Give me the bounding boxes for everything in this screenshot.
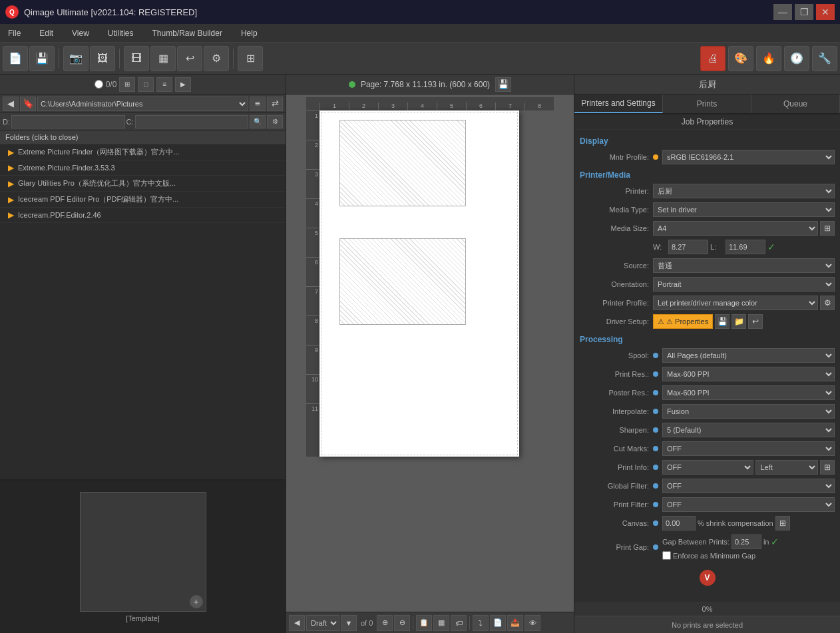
path-select[interactable]: C:\Users\Administrator\Pictures — [37, 97, 248, 111]
nav-grid-btn[interactable]: ⊞ — [119, 77, 135, 92]
global-filter-row: Global Filter: OFF — [574, 477, 840, 495]
media-size-icon-button[interactable]: ⊞ — [820, 221, 835, 236]
poster-res-select[interactable]: Max-600 PPI — [662, 385, 835, 400]
d-search-input[interactable] — [11, 115, 125, 128]
folder-item-2[interactable]: ▶ Glary Utilities Pro（系统优化工具）官方中文版... — [0, 176, 286, 192]
folder-item-0[interactable]: ▶ Extreme Picture Finder（网络图下载器）官方中... — [0, 144, 286, 160]
draft-dropdown[interactable]: ▼ — [341, 615, 357, 631]
menu-utilities[interactable]: Utilities — [103, 27, 139, 40]
close-button[interactable]: ✕ — [816, 4, 835, 20]
zoom-in-button[interactable]: ⊕ — [377, 615, 393, 631]
menu-help[interactable]: Help — [236, 27, 263, 40]
spool-select[interactable]: All Pages (default) — [662, 348, 835, 363]
l-input[interactable] — [726, 240, 765, 254]
flame-button[interactable]: 🔥 — [756, 46, 781, 71]
print-info-icon-button[interactable]: ⊞ — [820, 460, 835, 475]
copy-button[interactable]: 📋 — [416, 615, 432, 631]
color-button[interactable]: 🎨 — [728, 46, 753, 71]
w-input[interactable] — [668, 240, 708, 254]
gap-between-input[interactable] — [732, 534, 761, 549]
menu-view[interactable]: View — [67, 27, 95, 40]
wl-control: W: L: ✓ — [653, 240, 835, 254]
grid-button[interactable]: ▦ — [150, 46, 176, 71]
orientation-select[interactable]: Portrait — [653, 277, 835, 292]
print-info-select[interactable]: OFF — [662, 460, 753, 475]
search-settings-button[interactable]: ⚙ — [267, 115, 283, 128]
preview-button[interactable]: 👁 — [525, 615, 540, 631]
menu-edit[interactable]: Edit — [34, 27, 59, 40]
cut-marks-select[interactable]: OFF — [662, 441, 835, 456]
grid-view-button[interactable]: ▦ — [433, 615, 449, 631]
canvas-icon-button[interactable]: ⊞ — [775, 516, 790, 530]
print-button[interactable]: 🖨 — [700, 46, 726, 71]
tag-button[interactable]: 🏷 — [451, 615, 467, 631]
layout-button[interactable]: ⊞ — [238, 46, 263, 71]
maximize-button[interactable]: ❐ — [795, 4, 813, 20]
c-search-input[interactable] — [135, 115, 249, 128]
minimize-button[interactable]: — — [773, 4, 792, 20]
nav-arrow-btn[interactable]: ▶ — [175, 77, 191, 92]
driver-properties-button[interactable]: ⚠ ⚠ Properties — [653, 314, 713, 329]
nav-square-btn[interactable]: □ — [138, 77, 154, 92]
nav-bookmark-button[interactable]: 🔖 — [20, 97, 36, 111]
tools-button[interactable]: 🔧 — [812, 46, 837, 71]
zoom-out-button[interactable]: ⊖ — [394, 615, 410, 631]
thumb-add-button[interactable]: + — [190, 595, 203, 608]
driver-save-button[interactable]: 💾 — [715, 314, 730, 329]
thumbnail-area: + [Template] — [0, 480, 286, 633]
page-button[interactable]: 📄 — [490, 615, 506, 631]
printer-select[interactable]: 后厨 — [653, 184, 835, 198]
interpolate-select[interactable]: Fusion — [662, 404, 835, 419]
prev-page-button[interactable]: ◀ — [289, 615, 305, 631]
media-type-select[interactable]: Set in driver — [653, 202, 835, 217]
save-button[interactable]: 💾 — [29, 46, 55, 71]
folder-item-4[interactable]: ▶ Icecream.PDF.Editor.2.46 — [0, 208, 286, 223]
film-button[interactable]: 🎞 — [124, 46, 149, 71]
menu-file[interactable]: File — [3, 27, 26, 40]
quality-select[interactable]: Draft — [306, 615, 339, 631]
source-select[interactable]: 普通 — [653, 258, 835, 273]
insert-button[interactable]: ⤵ — [473, 615, 489, 631]
printer-profile-label: Printer Profile: — [580, 299, 653, 307]
undo-button[interactable]: ↩ — [177, 46, 202, 71]
nav-arrows-button[interactable]: ⇄ — [267, 97, 283, 111]
image-button[interactable]: 🖼 — [90, 46, 115, 71]
global-filter-select[interactable]: OFF — [662, 479, 835, 493]
template-label: [Template] — [126, 614, 160, 622]
nav-list-button[interactable]: ≡ — [250, 97, 266, 111]
camera-button[interactable]: 📷 — [63, 46, 89, 71]
menu-thumb-raw[interactable]: Thumb/Raw Builder — [147, 27, 228, 40]
media-size-select[interactable]: A4 — [653, 221, 818, 236]
progress-text: 0% — [702, 605, 713, 613]
folder-item-3[interactable]: ▶ Icecream PDF Editor Pro（PDF编辑器）官方中... — [0, 192, 286, 208]
printer-profile-settings-button[interactable]: ⚙ — [820, 296, 835, 310]
page-save-button[interactable]: 💾 — [495, 77, 511, 92]
sharpen-select[interactable]: 5 (Default) — [662, 423, 835, 437]
printer-profile-select[interactable]: Let printer/driver manage color — [653, 296, 818, 310]
print-info-align-select[interactable]: Left — [755, 460, 818, 475]
ruler-left: 1 2 3 4 5 6 7 8 9 10 11 — [306, 110, 319, 457]
print-filter-select[interactable]: OFF — [662, 497, 835, 512]
driver-folder-button[interactable]: 📁 — [732, 314, 746, 329]
wl-check-icon[interactable]: ✓ — [767, 242, 775, 252]
export-button[interactable]: 📤 — [507, 615, 523, 631]
tab-queue[interactable]: Queue — [751, 95, 840, 113]
canvas-input[interactable] — [662, 516, 696, 530]
nav-lines-btn[interactable]: ≡ — [156, 77, 172, 92]
settings-button[interactable]: ⚙ — [204, 46, 229, 71]
poster-res-dot — [653, 390, 658, 395]
folder-header[interactable]: Folders (click to close) — [0, 130, 286, 144]
clock-button[interactable]: 🕐 — [784, 46, 809, 71]
tab-prints[interactable]: Prints — [663, 95, 751, 113]
gap-check-icon[interactable]: ✓ — [771, 536, 779, 547]
search-button[interactable]: 🔍 — [250, 115, 266, 128]
print-res-select[interactable]: Max-600 PPI — [662, 367, 835, 381]
driver-reset-button[interactable]: ↩ — [748, 314, 763, 329]
new-button[interactable]: 📄 — [3, 46, 28, 71]
nav-back-button[interactable]: ◀ — [3, 97, 19, 111]
nav-radio[interactable] — [95, 80, 103, 89]
mntr-profile-select[interactable]: sRGB IEC61966-2.1 — [662, 150, 835, 164]
folder-item-1[interactable]: ▶ Extreme.Picture.Finder.3.53.3 — [0, 160, 286, 176]
tab-printers-settings[interactable]: Printers and Settings — [574, 95, 663, 113]
enforce-checkbox[interactable] — [662, 551, 671, 560]
